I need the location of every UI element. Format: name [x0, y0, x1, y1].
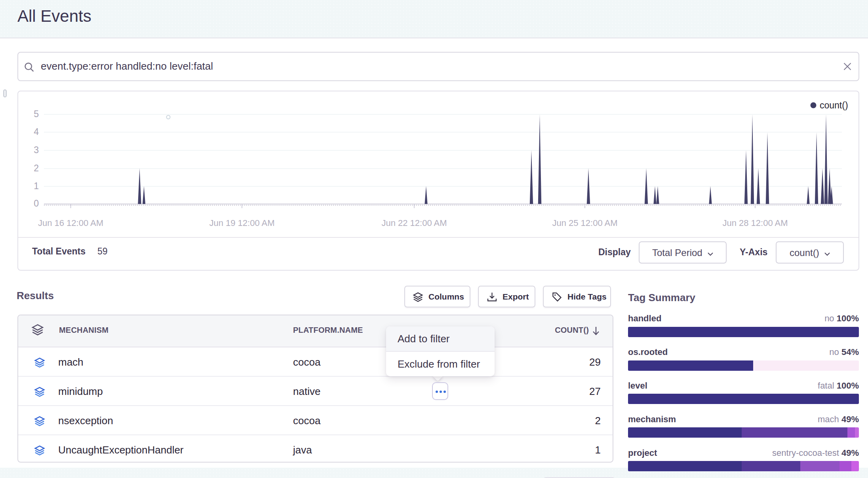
svg-text:3: 3 — [34, 145, 39, 155]
svg-text:2: 2 — [34, 163, 39, 173]
svg-text:Jun 19 12:00 AM: Jun 19 12:00 AM — [209, 218, 274, 228]
svg-text:0: 0 — [34, 198, 39, 209]
svg-text:5: 5 — [34, 109, 39, 119]
svg-text:Jun 16 12:00 AM: Jun 16 12:00 AM — [38, 218, 103, 228]
svg-text:1: 1 — [34, 181, 39, 191]
svg-text:Jun 22 12:00 AM: Jun 22 12:00 AM — [381, 218, 447, 228]
svg-text:Jun 28 12:00 AM: Jun 28 12:00 AM — [722, 218, 788, 228]
svg-text:count(): count() — [820, 100, 848, 110]
svg-text:Jun 25 12:00 AM: Jun 25 12:00 AM — [552, 218, 617, 228]
svg-text:4: 4 — [34, 127, 39, 137]
